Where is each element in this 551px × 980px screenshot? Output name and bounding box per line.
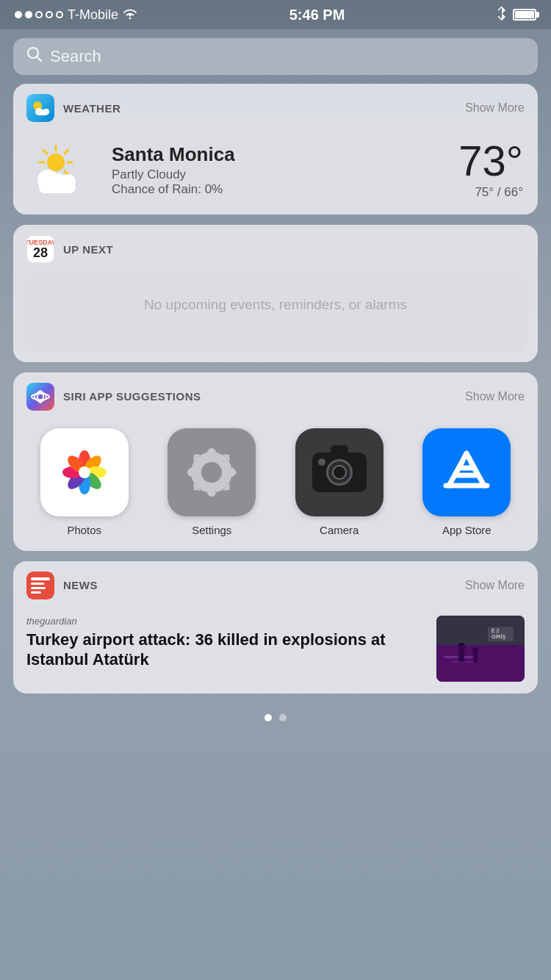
- dot-5: [56, 11, 63, 18]
- settings-icon: [168, 428, 256, 516]
- up-next-empty-text: No upcoming events, reminders, or alarms: [38, 295, 513, 315]
- dot-2: [25, 11, 32, 18]
- camera-label: Camera: [320, 524, 359, 536]
- siri-suggestions-widget: SIRI APP SUGGESTIONS Show More: [13, 372, 538, 551]
- up-next-widget: Tuesday 28 UP NEXT No upcoming events, r…: [13, 225, 538, 362]
- temp-range: 75° / 66°: [458, 185, 523, 200]
- wifi-icon: [123, 8, 137, 22]
- news-text-area: theguardian Turkey airport attack: 36 ki…: [26, 616, 426, 670]
- up-next-header: Tuesday 28 UP NEXT: [13, 225, 538, 273]
- news-headline: Turkey airport attack: 36 killed in expl…: [26, 630, 426, 670]
- search-icon: [26, 46, 43, 67]
- dot-3: [35, 11, 43, 18]
- app-item-appstore[interactable]: App Store: [406, 428, 528, 536]
- weather-app-icon[interactable]: [26, 94, 54, 122]
- photos-icon: [40, 428, 129, 516]
- svg-point-0: [129, 17, 132, 19]
- weather-body: Santa Monica Partly Cloudy Chance of Rai…: [13, 132, 538, 215]
- up-next-title: UP NEXT: [63, 243, 525, 256]
- svg-marker-44: [206, 493, 217, 497]
- temp-current: 73°: [458, 140, 523, 182]
- calendar-icon[interactable]: Tuesday 28: [26, 235, 54, 263]
- carrier-label: T-Mobile: [68, 7, 118, 23]
- svg-rect-53: [31, 577, 50, 580]
- svg-marker-40: [206, 447, 217, 452]
- svg-marker-46: [187, 467, 191, 478]
- weather-condition: Partly Cloudy: [112, 167, 235, 182]
- settings-label: Settings: [192, 524, 231, 536]
- news-widget: NEWS Show More theguardian Turkey airpor…: [13, 561, 538, 693]
- app-item-photos[interactable]: Photos: [24, 428, 145, 536]
- news-article[interactable]: theguardian Turkey airport attack: 36 ki…: [13, 610, 538, 693]
- svg-point-9: [47, 154, 65, 171]
- svg-rect-56: [31, 591, 41, 594]
- siri-title: SIRI APP SUGGESTIONS: [63, 390, 456, 403]
- search-placeholder: Search: [50, 47, 101, 66]
- svg-line-14: [43, 150, 47, 154]
- app-item-camera[interactable]: Camera: [278, 428, 400, 536]
- bluetooth-icon: [497, 6, 507, 24]
- page-dots: [0, 704, 551, 729]
- news-title: NEWS: [63, 579, 456, 591]
- news-header: NEWS Show More: [13, 561, 538, 610]
- appstore-icon: [422, 428, 511, 516]
- siri-header: SIRI APP SUGGESTIONS Show More: [13, 372, 538, 421]
- camera-icon: [295, 428, 383, 516]
- siri-icon[interactable]: [26, 383, 54, 411]
- app-item-settings[interactable]: Settings: [151, 428, 273, 536]
- page-dot-2[interactable]: [279, 714, 287, 721]
- appstore-label: App Store: [442, 524, 491, 536]
- photos-label: Photos: [67, 524, 101, 536]
- news-thumbnail: E 2 GİRİŞ: [436, 616, 525, 682]
- search-bar[interactable]: Search: [13, 38, 538, 75]
- svg-text:E 2: E 2: [491, 628, 500, 633]
- status-right: [497, 6, 536, 24]
- weather-widget: WEATHER Show More: [13, 84, 538, 215]
- news-show-more[interactable]: Show More: [465, 579, 525, 592]
- svg-rect-21: [39, 181, 76, 193]
- rain-chance: Chance of Rain: 0%: [112, 182, 235, 197]
- svg-point-48: [201, 462, 222, 483]
- battery-icon: [513, 9, 536, 21]
- svg-rect-8: [36, 110, 48, 115]
- svg-rect-54: [31, 583, 44, 585]
- weather-illustration: [28, 140, 101, 199]
- svg-line-16: [65, 150, 68, 154]
- news-app-icon[interactable]: [26, 572, 54, 599]
- svg-line-2: [37, 57, 42, 62]
- weather-left: Santa Monica Partly Cloudy Chance of Rai…: [28, 140, 235, 199]
- app-suggestions-grid: Photos: [13, 421, 538, 551]
- cal-day-num: 28: [33, 246, 48, 259]
- weather-temp: 73° 75° / 66°: [458, 140, 523, 200]
- time-display: 5:46 PM: [289, 7, 345, 24]
- weather-title: WEATHER: [63, 102, 456, 115]
- status-left: T-Mobile: [15, 7, 137, 23]
- svg-point-33: [79, 466, 90, 478]
- up-next-empty-area: No upcoming events, reminders, or alarms: [24, 273, 527, 352]
- siri-show-more[interactable]: Show More: [465, 390, 525, 403]
- svg-marker-42: [232, 467, 237, 478]
- weather-info: Santa Monica Partly Cloudy Chance of Rai…: [112, 143, 235, 197]
- dot-1: [15, 11, 22, 18]
- weather-show-more[interactable]: Show More: [465, 101, 525, 115]
- page-dot-1[interactable]: [264, 714, 272, 721]
- weather-header: WEATHER Show More: [13, 84, 538, 132]
- signal-dots: [15, 11, 63, 18]
- dot-4: [46, 11, 53, 18]
- status-bar: T-Mobile 5:46 PM: [0, 0, 551, 29]
- svg-rect-55: [31, 587, 46, 589]
- news-source: theguardian: [26, 616, 426, 627]
- city-name: Santa Monica: [112, 143, 235, 166]
- svg-text:GİRİŞ: GİRİŞ: [491, 633, 505, 640]
